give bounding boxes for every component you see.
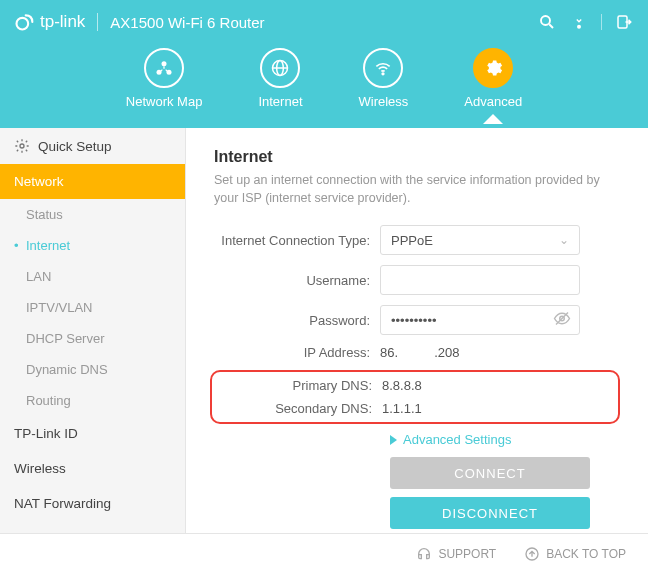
label-connection-type: Internet Connection Type: [214,233,380,248]
primary-dns-value: 8.8.8.8 [382,378,614,393]
chevron-down-icon: ⌄ [559,233,569,247]
network-map-icon [144,48,184,88]
svg-point-0 [17,18,29,30]
svg-point-11 [383,73,385,75]
divider [97,13,98,31]
svg-point-3 [577,25,581,29]
sidebar-item-wireless[interactable]: Wireless [0,451,185,486]
brand-text: tp-link [40,12,85,32]
tab-wireless[interactable]: Wireless [359,48,409,123]
sidebar: Quick Setup Network Status Internet LAN … [0,128,186,533]
tab-label: Internet [258,94,302,109]
tab-network-map[interactable]: Network Map [126,48,203,123]
sidebar-item-label: Quick Setup [38,139,112,154]
gear-icon [473,48,513,88]
svg-point-1 [541,16,550,25]
gear-icon [14,138,30,154]
brand-logo: tp-link [14,12,85,32]
logout-icon[interactable] [614,12,634,32]
divider [601,14,602,30]
footer-label: SUPPORT [438,547,496,561]
sidebar-item-parental[interactable]: Parental Controls [0,521,185,533]
connect-button[interactable]: CONNECT [390,457,590,489]
sidebar-sub-routing[interactable]: Routing [0,385,185,416]
search-icon[interactable] [537,12,557,32]
select-value: PPPoE [391,233,433,248]
footer-label: BACK TO TOP [546,547,626,561]
content-panel: Internet Set up an internet connection w… [186,128,648,533]
dns-highlight-box: Primary DNS: 8.8.8.8 Secondary DNS: 1.1.… [210,370,620,424]
tab-internet[interactable]: Internet [258,48,302,123]
eye-off-icon[interactable] [553,310,571,331]
label-primary-dns: Primary DNS: [216,378,382,393]
svg-point-12 [20,144,24,148]
sidebar-item-network[interactable]: Network [0,164,185,199]
page-description: Set up an internet connection with the s… [214,172,620,207]
username-field[interactable] [380,265,580,295]
sidebar-sub-iptv[interactable]: IPTV/VLAN [0,292,185,323]
disconnect-button[interactable]: DISCONNECT [390,497,590,529]
link-label: Advanced Settings [403,432,511,447]
tab-label: Advanced [464,94,522,109]
download-icon[interactable] [569,12,589,32]
label-secondary-dns: Secondary DNS: [216,401,382,416]
connection-type-select[interactable]: PPPoE ⌄ [380,225,580,255]
sidebar-sub-lan[interactable]: LAN [0,261,185,292]
advanced-settings-link[interactable]: Advanced Settings [390,432,620,447]
nav-tabs: Network Map Internet Wireless Advanced [0,44,648,123]
sidebar-sub-ddns[interactable]: Dynamic DNS [0,354,185,385]
tab-advanced[interactable]: Advanced [464,48,522,123]
label-ip-address: IP Address: [214,345,380,360]
footer: SUPPORT BACK TO TOP [0,533,648,573]
sidebar-sub-status[interactable]: Status [0,199,185,230]
sidebar-item-nat[interactable]: NAT Forwarding [0,486,185,521]
label-username: Username: [214,273,380,288]
support-link[interactable]: SUPPORT [416,546,496,562]
header: tp-link AX1500 Wi-Fi 6 Router Network Ma… [0,0,648,128]
sidebar-sub-dhcp[interactable]: DHCP Server [0,323,185,354]
sidebar-item-quick-setup[interactable]: Quick Setup [0,128,185,164]
sidebar-item-tplink-id[interactable]: TP-Link ID [0,416,185,451]
label-password: Password: [214,313,380,328]
svg-point-5 [162,61,167,66]
page-title: Internet [214,148,620,166]
sidebar-sub-internet[interactable]: Internet [0,230,185,261]
arrow-up-icon [524,546,540,562]
play-icon [390,435,397,445]
ip-address-value: 86. .208 [380,345,620,360]
tab-label: Wireless [359,94,409,109]
back-to-top-link[interactable]: BACK TO TOP [524,546,626,562]
password-field[interactable] [380,305,580,335]
wifi-icon [363,48,403,88]
tab-label: Network Map [126,94,203,109]
product-name: AX1500 Wi-Fi 6 Router [110,14,264,31]
svg-line-2 [549,24,553,28]
globe-icon [260,48,300,88]
headset-icon [416,546,432,562]
secondary-dns-value: 1.1.1.1 [382,401,614,416]
sidebar-item-label: Network [14,174,64,189]
